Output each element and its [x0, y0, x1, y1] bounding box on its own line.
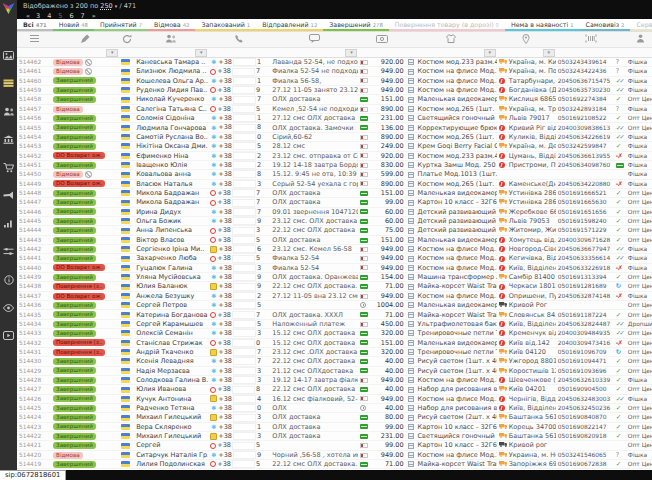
order-row[interactable]: 514443ЗавершенийВіктор Власов+385ОЛХ дос…: [17, 235, 652, 244]
phone-cell: +387: [208, 310, 270, 319]
order-row[interactable]: 514460ЗавершенийКошелева Ольга Ар..✻+381…: [17, 76, 652, 85]
column-filter-dropdown[interactable]: ▾: [106, 49, 118, 57]
order-row[interactable]: 514447ЗавершенийМикола Бадражан+387ОЛХ д…: [17, 198, 652, 207]
order-row[interactable]: 514454ЗавершенийСамотій Руслана Во..✻+38…: [17, 132, 652, 141]
column-filter-dropdown[interactable]: ▾: [195, 49, 207, 57]
order-row[interactable]: 514445ЗавершенийОльга Божик✻+38923.12 см…: [17, 217, 652, 226]
address-cell: Жеребкове 664..: [507, 207, 556, 216]
product-cell: Рисуй светом (1шт. х 40.00 = 40...: [416, 366, 497, 375]
order-row[interactable]: 514435ЗавершенийКатерина Богданова+387ОЛ…: [17, 310, 652, 319]
order-row[interactable]: 514422ЗавершенийМихаил Гилецький+383ОЛХ …: [17, 432, 652, 441]
video-icon[interactable]: [1, 330, 16, 341]
order-row[interactable]: 514423ЗавершенийВера Скляренко✻+381ОЛХ д…: [17, 422, 652, 431]
phone-last-digit: 9: [257, 273, 261, 281]
tab-Завершений[interactable]: Завершений278: [323, 19, 389, 31]
tune-icon[interactable]: [1, 246, 16, 257]
order-row[interactable]: 514419ЗавершенийЛилия Подолинская+38522.…: [17, 460, 652, 469]
tab-Повернення товару (в дорозі)[interactable]: Повернення товару (в дорозі)0: [389, 19, 505, 31]
order-row[interactable]: 514427ЗавершенийЮлия Иванова+38822.12 см…: [17, 385, 652, 394]
column-header-money-icon[interactable]: [358, 32, 405, 48]
orders-list-icon[interactable]: [1, 78, 16, 89]
price-cell: 949.00: [370, 67, 406, 76]
order-row[interactable]: 514425ЗавершенийРадченко Тетяна✻+380ОЛХ4…: [17, 403, 652, 412]
eye-icon[interactable]: [1, 302, 16, 313]
order-row[interactable]: 514450ВідмоваКовальова анна✻+38815.12. 9…: [17, 170, 652, 179]
column-header-people-icon[interactable]: [134, 32, 208, 48]
order-row[interactable]: 514440DO Возврат ож.Гуцалюк Галина✻+383Ф…: [17, 263, 652, 272]
order-row[interactable]: 514449DO Возврат ож.Власюк Наталья✻+383С…: [17, 179, 652, 188]
order-row[interactable]: 514424ЗавершенийМихаил Гилецький+383ОЛХ …: [17, 413, 652, 422]
flag-cell: [119, 245, 134, 254]
order-id-cell: 514427: [17, 385, 51, 394]
novaposhta-icon: [499, 396, 505, 402]
order-row[interactable]: 514433ЗавершенийОлексій Семанін✻+38315.1…: [17, 329, 652, 338]
phone-icon: [234, 38, 244, 46]
order-row[interactable]: 514426ЗавершенийКучук Антонина+38416.12 …: [17, 394, 652, 403]
order-row[interactable]: 514457ВідмоваСалегіна Татьяна С..+385Кем…: [17, 104, 652, 113]
tab-Сервіси[interactable]: Сервіси0: [630, 19, 652, 31]
column-header-barcode-icon[interactable]: [556, 32, 626, 48]
tab-Новий[interactable]: Новий48: [53, 19, 94, 31]
info-icon[interactable]: [1, 274, 16, 285]
order-row[interactable]: 514432Повернення (з..Станіслав Стрижак+3…: [17, 338, 652, 347]
order-row[interactable]: 514444ЗавершенийАнна Липенська+38322.12 …: [17, 226, 652, 235]
column-header-product-icon[interactable]: [406, 32, 497, 48]
order-row[interactable]: 514434ЗавершенийСергей Карамышев✻+385Нал…: [17, 319, 652, 328]
order-row[interactable]: 514448ЗавершенийМикола Бадражан+387ОЛХ д…: [17, 188, 652, 197]
tab-Відправлений[interactable]: Відправлений12: [256, 19, 323, 31]
tab-Прийнятий[interactable]: Прийнятий7: [94, 19, 148, 31]
stats-icon[interactable]: [1, 218, 16, 229]
column-header-refresh-icon[interactable]: [119, 32, 134, 48]
check-icon: ✓: [616, 404, 621, 412]
page-size-dropdown[interactable]: 250: [100, 2, 112, 10]
order-row[interactable]: 514446ЗавершенийИрина Дидух✻+38709.01 зв…: [17, 207, 652, 216]
order-row[interactable]: 514442ЗавершенийСергіенко Іріна Ми..+386…: [17, 245, 652, 254]
column-header-location-icon[interactable]: [497, 32, 556, 48]
order-row[interactable]: 514428ЗавершенийСолодкова Галина В..✻+38…: [17, 375, 652, 384]
order-row[interactable]: 514421ЗавершенийСергей+38599.00Картон 10…: [17, 441, 652, 450]
order-row[interactable]: 514456ЗавершенийСоломія Сідоніна✻+38127.…: [17, 114, 652, 123]
column-filter-dropdown[interactable]: ▾: [543, 49, 555, 57]
tab-Запакований[interactable]: Запакований1: [195, 19, 256, 31]
order-row[interactable]: 514451ЗавершенийІващенко Юлія✻+38219.12 …: [17, 160, 652, 169]
payment-cell: [358, 329, 369, 338]
column-filter-dropdown[interactable]: ▾: [484, 49, 496, 57]
source-cell: Опт Центр: [626, 235, 652, 244]
order-row[interactable]: 514431Повернення (з..Андрій Ткаченко+387…: [17, 347, 652, 356]
order-row[interactable]: 514438Повернення (з..Юлия Баланюк+38922.…: [17, 282, 652, 291]
order-row[interactable]: 514455ЗавершенийЛюдмила Гончарова✻+388ОЛ…: [17, 123, 652, 132]
tab-Всі[interactable]: Всі471: [17, 19, 53, 31]
market-icon[interactable]: [1, 134, 16, 145]
ttn-status-cell: -✗: [614, 151, 626, 160]
cart-icon[interactable]: [1, 162, 16, 173]
column-header-chat-icon[interactable]: [270, 32, 358, 48]
order-row[interactable]: 514430ЗавершенийКсенія Левадняя✻+38722.1…: [17, 357, 652, 366]
tab-Відмова[interactable]: Відмова42: [148, 19, 195, 31]
order-row[interactable]: 514462ВідмоваКаневська Тамара ..✻+381Лав…: [17, 58, 652, 67]
column-header-person-icon[interactable]: [626, 32, 652, 48]
column-header-list-icon[interactable]: [17, 32, 51, 48]
order-row[interactable]: 514436ЗавершенийСергей Петров✻+3851004.0…: [17, 301, 652, 310]
order-row[interactable]: 514437DO Возврат ож.Анжела Безушку✻+3822…: [17, 291, 652, 300]
order-row[interactable]: 514459ЗавершенийРуденко Лидия Пав..+3892…: [17, 86, 652, 95]
tab-Самовивіз[interactable]: Самовивіз2: [580, 19, 631, 31]
ttn-status-cell: -✗: [614, 291, 626, 300]
column-header-phone-icon[interactable]: [208, 32, 270, 48]
order-row[interactable]: 514461ВідмоваБлизнюк Людмила ..+387Фиалк…: [17, 67, 652, 76]
phone-cell: +383: [208, 226, 270, 235]
kyivstar-icon: ✻: [210, 376, 217, 384]
tab-Нема в наявності[interactable]: Нема в наявності1: [505, 19, 580, 31]
order-row[interactable]: 514452DO Возврат ож.Єфименко Ніна✻+38223…: [17, 151, 652, 160]
order-row[interactable]: 514429ЗавершенийНадія Мерзаєва✻+38321.12…: [17, 366, 652, 375]
column-filter-dropdown[interactable]: ▾: [345, 49, 357, 57]
order-row[interactable]: 514453ЗавершенийНікітіна Оксана Дми..✻+3…: [17, 142, 652, 151]
order-row[interactable]: 514458ЗавершенийНиколай Кучеренко✻+387ОЛ…: [17, 95, 652, 104]
contacts-icon[interactable]: [1, 106, 16, 117]
order-row[interactable]: 514441ЗавершенийЗахарченко Люба+385Фиалк…: [17, 254, 652, 263]
gallery-icon[interactable]: [1, 50, 16, 61]
order-row[interactable]: 514420ВідмоваСитарчук Наталія Гр..✻+389Ч…: [17, 450, 652, 459]
announce-icon[interactable]: [1, 190, 16, 201]
chevron-down-icon[interactable]: ▾: [115, 3, 118, 9]
order-row[interactable]: 514439ЗавершенийУляна Мусійовська✻+389ОЛ…: [17, 273, 652, 282]
column-header-pencil-icon[interactable]: [51, 32, 119, 48]
